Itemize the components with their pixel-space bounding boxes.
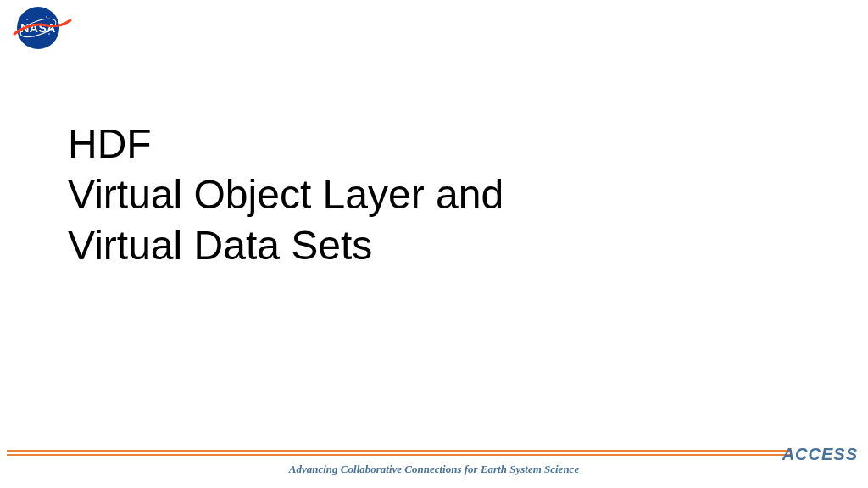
- title-line-2: Virtual Object Layer and: [68, 169, 504, 220]
- nasa-swoosh-icon: [13, 15, 72, 41]
- title-line-3: Virtual Data Sets: [68, 220, 504, 271]
- slide-title: HDF Virtual Object Layer and Virtual Dat…: [68, 119, 504, 271]
- nasa-logo-circle: NASA: [17, 7, 59, 49]
- access-logo: ACCESS: [782, 445, 858, 464]
- footer-tagline: Advancing Collaborative Connections for …: [0, 463, 868, 476]
- footer-divider-top: [7, 450, 792, 452]
- footer-divider-bottom: [7, 454, 792, 456]
- nasa-logo: NASA: [17, 7, 68, 49]
- title-line-1: HDF: [68, 119, 504, 169]
